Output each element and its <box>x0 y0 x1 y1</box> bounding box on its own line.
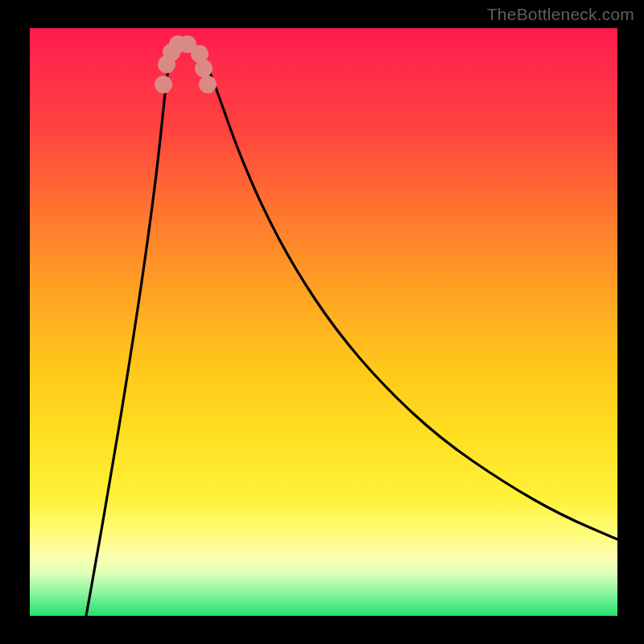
marker-layer <box>155 35 217 93</box>
curve-right-branch <box>188 44 617 539</box>
plot-area <box>30 28 617 616</box>
outer-frame: TheBottleneck.com <box>0 0 644 644</box>
marker-dot <box>155 76 172 93</box>
marker-dot <box>195 60 213 77</box>
curve-left-branch <box>86 44 188 616</box>
marker-dot <box>199 76 217 93</box>
curve-layer <box>86 44 617 616</box>
watermark-text: TheBottleneck.com <box>487 5 634 24</box>
chart-svg <box>30 28 617 616</box>
